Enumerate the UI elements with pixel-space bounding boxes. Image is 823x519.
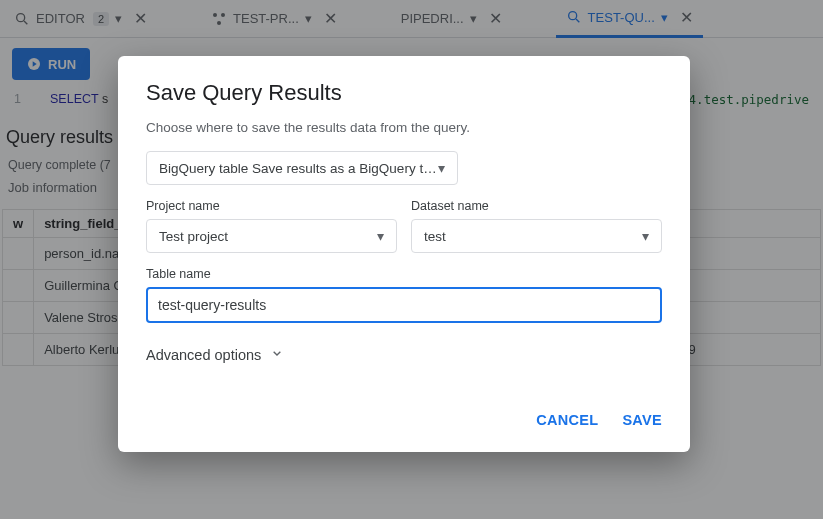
dataset-name-select[interactable]: test ▾ [411, 219, 662, 253]
advanced-options-label: Advanced options [146, 347, 261, 363]
chevron-down-icon [269, 345, 285, 364]
project-name-label: Project name [146, 199, 397, 213]
chevron-down-icon: ▾ [377, 228, 384, 244]
dialog-subtitle: Choose where to save the results data fr… [146, 120, 662, 135]
save-button[interactable]: SAVE [622, 412, 662, 428]
table-name-label: Table name [146, 267, 662, 281]
chevron-down-icon: ▾ [642, 228, 649, 244]
cancel-button[interactable]: CANCEL [536, 412, 598, 428]
destination-select-value: BigQuery table Save results as a BigQuer… [159, 161, 438, 176]
destination-select[interactable]: BigQuery table Save results as a BigQuer… [146, 151, 458, 185]
table-name-input[interactable] [146, 287, 662, 323]
chevron-down-icon: ▾ [438, 160, 445, 176]
save-query-results-dialog: Save Query Results Choose where to save … [118, 56, 690, 452]
project-name-value: Test project [159, 229, 228, 244]
dialog-title: Save Query Results [146, 80, 662, 106]
project-name-select[interactable]: Test project ▾ [146, 219, 397, 253]
dataset-name-label: Dataset name [411, 199, 662, 213]
dataset-name-value: test [424, 229, 446, 244]
advanced-options-toggle[interactable]: Advanced options [146, 345, 662, 364]
